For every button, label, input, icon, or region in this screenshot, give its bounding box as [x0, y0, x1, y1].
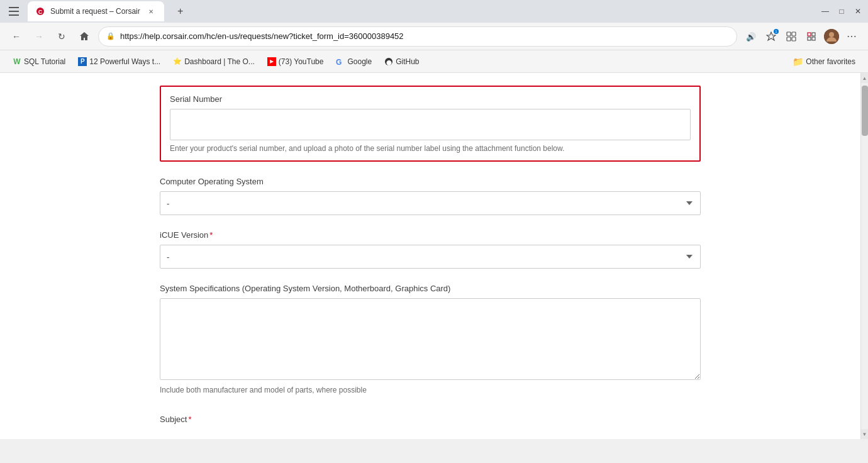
forward-button[interactable]: → — [30, 28, 48, 45]
serial-number-section: Serial Number Enter your product's seria… — [160, 86, 701, 162]
svg-rect-1 — [9, 11, 19, 12]
bookmark-powerful-icon: P — [78, 57, 87, 66]
bookmark-sql-label: SQL Tutorial — [24, 57, 65, 66]
svg-rect-0 — [9, 7, 19, 8]
page-content: Serial Number Enter your product's seria… — [0, 73, 860, 439]
computer-os-select[interactable]: - Windows 10 Windows 11 macOS Linux — [160, 191, 701, 215]
close-button[interactable]: ✕ — [853, 6, 863, 16]
bookmark-dashboard-icon: ⭐ — [173, 57, 182, 66]
svg-rect-6 — [787, 32, 791, 36]
active-tab[interactable]: C Submit a request – Corsair ✕ — [28, 1, 164, 21]
svg-rect-13 — [812, 37, 815, 40]
minimize-button[interactable]: — — [820, 6, 830, 16]
serial-number-hint: Enter your product's serial number, and … — [170, 144, 691, 153]
navigation-bar: ← → ↻ 🔒 https://help.corsair.com/hc/en-u… — [0, 23, 868, 50]
sidebar-toggle[interactable] — [5, 3, 23, 20]
svg-rect-9 — [792, 37, 796, 41]
svg-rect-2 — [9, 14, 19, 16]
scrollbar-thumb[interactable] — [862, 86, 868, 136]
bookmark-powerful-ways[interactable]: P 12 Powerful Ways t... — [73, 55, 165, 69]
svg-text:G: G — [336, 58, 342, 66]
computer-os-group: Computer Operating System - Windows 10 W… — [160, 177, 701, 215]
scrollbar-track-area[interactable] — [861, 83, 868, 429]
subject-group: Subject* — [160, 410, 701, 424]
favorites-icon[interactable]: 1 — [762, 28, 780, 45]
subject-required-star: * — [188, 415, 191, 424]
window-controls: — □ ✕ — [820, 6, 863, 16]
other-favorites[interactable]: 📁 Other favorites — [787, 54, 860, 69]
bookmark-google-icon: G — [336, 57, 345, 66]
svg-text:🔊: 🔊 — [746, 31, 756, 42]
url-text: https://help.corsair.com/hc/en-us/reques… — [120, 31, 729, 41]
svg-rect-8 — [787, 37, 791, 41]
new-tab-button[interactable]: + — [172, 3, 189, 20]
bookmark-google-label: Google — [347, 57, 372, 66]
bookmark-sql-tutorial[interactable]: W SQL Tutorial — [8, 55, 70, 69]
scroll-up-button[interactable]: ▲ — [861, 73, 869, 83]
system-specs-hint: Include both manufacturer and model of p… — [160, 386, 701, 394]
icue-version-select[interactable]: - 4.x 5.x — [160, 245, 701, 269]
bookmark-github[interactable]: ⬤ GitHub — [379, 55, 424, 69]
nav-icons: 🔊 1 ⋯ — [742, 28, 860, 45]
computer-os-label: Computer Operating System — [160, 177, 701, 186]
scrollbar[interactable]: ▲ ▼ — [860, 73, 868, 439]
lock-icon: 🔒 — [106, 32, 115, 40]
system-specs-textarea[interactable] — [160, 298, 701, 380]
folder-icon: 📁 — [793, 57, 803, 67]
svg-text:⬤: ⬤ — [386, 60, 392, 65]
system-specs-group: System Specifications (Operating System … — [160, 284, 701, 394]
bookmark-sql-icon: W — [13, 57, 21, 66]
icue-required-star: * — [209, 230, 213, 240]
svg-rect-10 — [808, 33, 811, 36]
reload-button[interactable]: ↻ — [53, 28, 70, 45]
maximize-button[interactable]: □ — [837, 6, 847, 16]
svg-point-15 — [829, 32, 834, 37]
bookmark-powerful-label: 12 Powerful Ways t... — [89, 57, 160, 66]
collections-button[interactable] — [803, 28, 820, 45]
tab-title: Submit a request – Corsair — [50, 7, 140, 16]
profile-avatar[interactable] — [823, 28, 840, 45]
title-bar: C Submit a request – Corsair ✕ + — □ ✕ — [0, 0, 868, 23]
bookmark-dashboard-label: Dashboard | The O... — [184, 57, 255, 66]
read-aloud-button[interactable]: 🔊 — [742, 28, 760, 45]
svg-rect-11 — [812, 33, 815, 36]
address-bar[interactable]: 🔒 https://help.corsair.com/hc/en-us/requ… — [98, 26, 737, 47]
page-wrapper: Serial Number Enter your product's seria… — [0, 73, 868, 439]
extensions-button[interactable] — [782, 28, 800, 45]
bookmark-github-icon: ⬤ — [384, 57, 393, 66]
back-button[interactable]: ← — [8, 28, 25, 45]
bookmarks-bar: W SQL Tutorial P 12 Powerful Ways t... ⭐… — [0, 50, 868, 73]
system-specs-label: System Specifications (Operating System … — [160, 284, 701, 293]
subject-label: Subject* — [160, 410, 701, 424]
scroll-down-button[interactable]: ▼ — [861, 429, 869, 439]
bookmark-github-label: GitHub — [396, 57, 419, 66]
settings-button[interactable]: ⋯ — [843, 28, 860, 45]
bookmark-youtube-icon: ▶ — [267, 57, 276, 66]
svg-rect-7 — [792, 32, 796, 36]
icue-version-label: iCUE Version* — [160, 230, 701, 240]
icue-version-group: iCUE Version* - 4.x 5.x — [160, 230, 701, 269]
bookmark-dashboard[interactable]: ⭐ Dashboard | The O... — [168, 55, 260, 69]
serial-number-label: Serial Number — [170, 94, 691, 104]
form-section: Serial Number Enter your product's seria… — [160, 86, 701, 424]
svg-rect-12 — [808, 37, 811, 40]
svg-text:C: C — [38, 9, 43, 15]
bookmark-youtube[interactable]: ▶ (73) YouTube — [262, 55, 329, 69]
home-button[interactable] — [75, 28, 93, 45]
other-favorites-label: Other favorites — [806, 57, 855, 66]
bookmark-google[interactable]: G Google — [331, 55, 377, 69]
tab-favicon: C — [35, 6, 45, 16]
tab-close-button[interactable]: ✕ — [145, 6, 157, 17]
serial-number-input[interactable] — [170, 109, 691, 140]
bookmark-youtube-label: (73) YouTube — [279, 57, 324, 66]
